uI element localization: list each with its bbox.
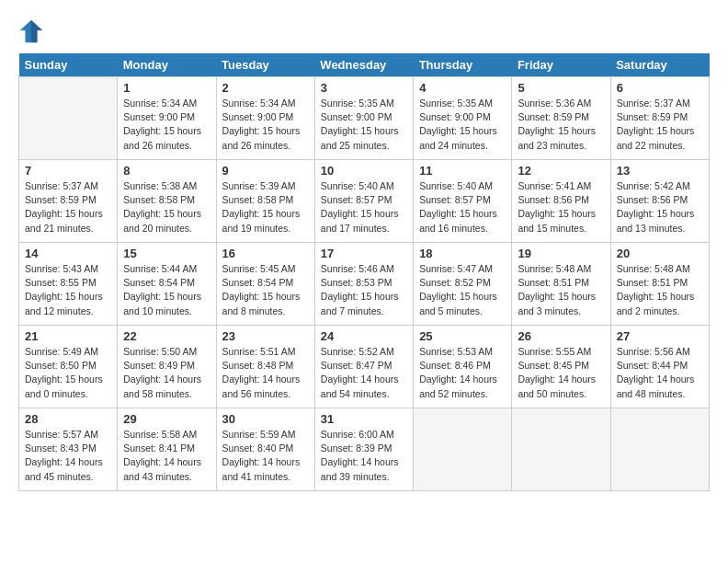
- day-number: 18: [419, 247, 506, 260]
- daylight: Daylight: 15 hours and 25 minutes.: [321, 125, 399, 150]
- calendar-table: SundayMondayTuesdayWednesdayThursdayFrid…: [18, 53, 710, 491]
- daylight: Daylight: 15 hours and 23 minutes.: [518, 125, 596, 150]
- day-number: 25: [419, 329, 506, 343]
- day-info: Sunrise: 6:00 AM Sunset: 8:39 PM Dayligh…: [321, 428, 407, 484]
- calendar-cell: 14Sunrise: 5:43 AM Sunset: 8:55 PM Dayli…: [19, 243, 118, 326]
- header-monday: Monday: [118, 53, 216, 77]
- day-info: Sunrise: 5:41 AM Sunset: 8:56 PM Dayligh…: [518, 179, 604, 236]
- calendar-cell: 25Sunrise: 5:53 AM Sunset: 8:46 PM Dayli…: [414, 326, 512, 408]
- header-wednesday: Wednesday: [314, 53, 413, 77]
- sunset: Sunset: 8:39 PM: [321, 442, 392, 454]
- sunrise: Sunrise: 5:58 AM: [123, 429, 197, 440]
- day-number: 13: [617, 164, 703, 178]
- sunset: Sunset: 9:00 PM: [321, 111, 392, 122]
- day-info: Sunrise: 5:35 AM Sunset: 9:00 PM Dayligh…: [419, 97, 506, 153]
- daylight: Daylight: 14 hours and 52 minutes.: [419, 373, 497, 398]
- daylight: Daylight: 14 hours and 43 minutes.: [123, 456, 201, 481]
- day-number: 22: [123, 329, 210, 343]
- day-info: Sunrise: 5:59 AM Sunset: 8:40 PM Dayligh…: [222, 428, 309, 484]
- day-info: Sunrise: 5:43 AM Sunset: 8:55 PM Dayligh…: [25, 262, 111, 318]
- sunrise: Sunrise: 5:35 AM: [321, 98, 394, 109]
- sunrise: Sunrise: 5:49 AM: [25, 346, 98, 357]
- day-number: 24: [321, 329, 407, 343]
- daylight: Daylight: 14 hours and 39 minutes.: [321, 456, 399, 481]
- sunrise: Sunrise: 6:00 AM: [321, 429, 394, 440]
- daylight: Daylight: 15 hours and 5 minutes.: [419, 291, 497, 316]
- sunset: Sunset: 8:48 PM: [222, 360, 294, 371]
- calendar-cell: 12Sunrise: 5:41 AM Sunset: 8:56 PM Dayli…: [512, 160, 610, 243]
- sunrise: Sunrise: 5:52 AM: [321, 346, 394, 357]
- day-number: 3: [321, 81, 407, 95]
- calendar-cell: 29Sunrise: 5:58 AM Sunset: 8:41 PM Dayli…: [118, 408, 216, 491]
- calendar-cell: 11Sunrise: 5:40 AM Sunset: 8:57 PM Dayli…: [414, 160, 512, 243]
- calendar-week-1: 1Sunrise: 5:34 AM Sunset: 9:00 PM Daylig…: [19, 77, 710, 160]
- day-number: 1: [123, 81, 210, 95]
- day-number: 21: [25, 329, 111, 343]
- calendar-cell: 31Sunrise: 6:00 AM Sunset: 8:39 PM Dayli…: [314, 408, 413, 491]
- calendar-cell: 10Sunrise: 5:40 AM Sunset: 8:57 PM Dayli…: [314, 160, 413, 243]
- sunset: Sunset: 8:54 PM: [123, 277, 195, 288]
- day-info: Sunrise: 5:35 AM Sunset: 9:00 PM Dayligh…: [321, 97, 407, 153]
- calendar-cell: 22Sunrise: 5:50 AM Sunset: 8:49 PM Dayli…: [118, 326, 216, 408]
- day-number: 26: [518, 329, 604, 343]
- day-info: Sunrise: 5:51 AM Sunset: 8:48 PM Dayligh…: [222, 345, 309, 401]
- day-info: Sunrise: 5:46 AM Sunset: 8:53 PM Dayligh…: [321, 262, 407, 318]
- daylight: Daylight: 15 hours and 19 minutes.: [222, 208, 301, 233]
- day-number: 14: [25, 247, 111, 260]
- sunset: Sunset: 8:41 PM: [123, 442, 195, 454]
- daylight: Daylight: 14 hours and 50 minutes.: [518, 373, 596, 398]
- calendar-cell: 6Sunrise: 5:37 AM Sunset: 8:59 PM Daylig…: [610, 77, 709, 160]
- sunrise: Sunrise: 5:47 AM: [419, 263, 493, 274]
- calendar-cell: 1Sunrise: 5:34 AM Sunset: 9:00 PM Daylig…: [118, 77, 216, 160]
- daylight: Daylight: 14 hours and 41 minutes.: [222, 456, 301, 481]
- day-info: Sunrise: 5:47 AM Sunset: 8:52 PM Dayligh…: [419, 262, 506, 318]
- sunrise: Sunrise: 5:48 AM: [518, 263, 591, 274]
- day-number: 31: [321, 412, 407, 426]
- sunset: Sunset: 8:59 PM: [518, 111, 589, 122]
- daylight: Daylight: 15 hours and 0 minutes.: [25, 373, 103, 398]
- sunrise: Sunrise: 5:34 AM: [123, 98, 197, 109]
- sunrise: Sunrise: 5:36 AM: [518, 98, 591, 109]
- sunrise: Sunrise: 5:53 AM: [419, 346, 493, 357]
- logo: [18, 18, 48, 44]
- svg-marker-1: [31, 20, 42, 42]
- daylight: Daylight: 15 hours and 24 minutes.: [419, 125, 497, 150]
- sunset: Sunset: 8:51 PM: [518, 277, 589, 288]
- day-number: 5: [518, 81, 604, 95]
- page-header: [18, 18, 710, 44]
- calendar-cell: 23Sunrise: 5:51 AM Sunset: 8:48 PM Dayli…: [216, 326, 314, 408]
- calendar-cell: 20Sunrise: 5:48 AM Sunset: 8:51 PM Dayli…: [610, 243, 709, 326]
- header-sunday: Sunday: [19, 53, 118, 77]
- daylight: Daylight: 15 hours and 3 minutes.: [518, 291, 596, 316]
- day-info: Sunrise: 5:38 AM Sunset: 8:58 PM Dayligh…: [123, 179, 210, 236]
- sunset: Sunset: 8:58 PM: [222, 194, 294, 205]
- sunset: Sunset: 8:59 PM: [617, 111, 688, 122]
- day-info: Sunrise: 5:49 AM Sunset: 8:50 PM Dayligh…: [25, 345, 111, 401]
- sunrise: Sunrise: 5:35 AM: [419, 98, 493, 109]
- daylight: Daylight: 14 hours and 48 minutes.: [617, 373, 695, 398]
- sunrise: Sunrise: 5:43 AM: [25, 263, 98, 274]
- sunset: Sunset: 8:54 PM: [222, 277, 294, 288]
- calendar-cell: 13Sunrise: 5:42 AM Sunset: 8:56 PM Dayli…: [610, 160, 709, 243]
- day-number: 27: [617, 329, 703, 343]
- sunrise: Sunrise: 5:42 AM: [617, 180, 690, 191]
- sunset: Sunset: 8:49 PM: [123, 360, 195, 371]
- sunrise: Sunrise: 5:39 AM: [222, 180, 296, 191]
- sunset: Sunset: 8:56 PM: [617, 194, 688, 205]
- sunrise: Sunrise: 5:41 AM: [518, 180, 591, 191]
- sunset: Sunset: 8:59 PM: [25, 194, 97, 205]
- day-info: Sunrise: 5:37 AM Sunset: 8:59 PM Dayligh…: [617, 97, 703, 153]
- daylight: Daylight: 14 hours and 54 minutes.: [321, 373, 399, 398]
- day-number: 10: [321, 164, 407, 178]
- header-tuesday: Tuesday: [216, 53, 314, 77]
- daylight: Daylight: 15 hours and 15 minutes.: [518, 208, 596, 233]
- day-info: Sunrise: 5:48 AM Sunset: 8:51 PM Dayligh…: [617, 262, 703, 318]
- day-number: 19: [518, 247, 604, 260]
- calendar-cell: 21Sunrise: 5:49 AM Sunset: 8:50 PM Dayli…: [19, 326, 118, 408]
- day-number: 2: [222, 81, 309, 95]
- sunrise: Sunrise: 5:44 AM: [123, 263, 197, 274]
- calendar-cell: 30Sunrise: 5:59 AM Sunset: 8:40 PM Dayli…: [216, 408, 314, 491]
- daylight: Daylight: 15 hours and 7 minutes.: [321, 291, 399, 316]
- day-number: 15: [123, 247, 210, 260]
- sunset: Sunset: 8:43 PM: [25, 442, 97, 454]
